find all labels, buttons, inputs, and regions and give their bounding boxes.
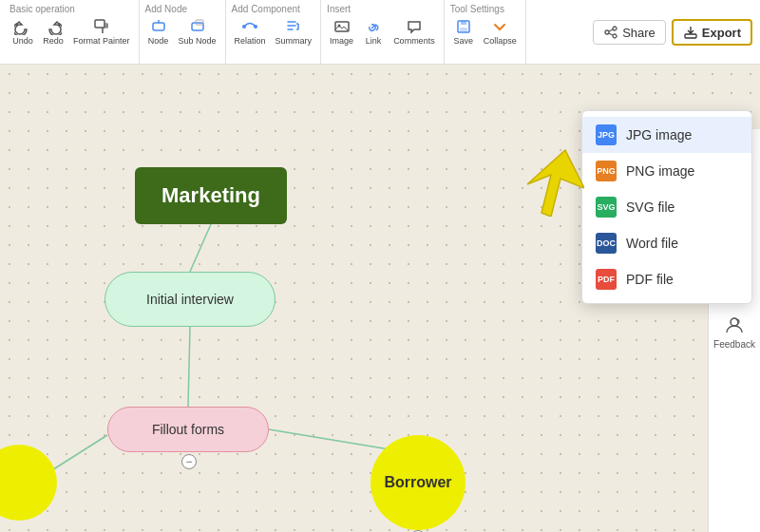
toolbar-group-insert-label: Insert	[327, 4, 351, 14]
svg-rect-16	[685, 34, 696, 38]
sub-node-label: Sub Node	[179, 36, 217, 46]
save-label: Save	[453, 36, 473, 46]
toolbar: Basic operation Undo Redo Format Painter…	[0, 0, 760, 65]
node-initial-interview[interactable]: Initial interview	[104, 272, 276, 327]
svg-line-20	[48, 435, 107, 473]
svg-rect-12	[460, 28, 467, 31]
export-pdf-item[interactable]: PDF PDF file	[582, 261, 751, 297]
word-icon: DOC	[596, 233, 617, 254]
export-dropdown: JPG JPG image PNG PNG image SVG SVG file…	[581, 110, 752, 304]
export-svg-label: SVG file	[626, 200, 674, 215]
redo-button[interactable]: Redo	[40, 16, 66, 48]
collapse-label: Collapse	[484, 36, 517, 46]
toolbar-insert-icons: Image Link Comments	[327, 16, 438, 48]
export-svg-item[interactable]: SVG SVG file	[582, 189, 751, 225]
node-button[interactable]: Node	[145, 16, 172, 48]
node-borrower-label: Borrower	[384, 474, 451, 491]
canvas: Marketing Initial interview Fillout form…	[0, 65, 760, 532]
svg-line-18	[188, 327, 190, 407]
svg-line-17	[190, 224, 211, 272]
link-label: Link	[366, 36, 382, 46]
right-panel-feedback-label: Feedback	[713, 339, 755, 350]
export-button[interactable]: Export	[672, 19, 752, 46]
export-word-label: Word file	[626, 236, 678, 251]
relation-button[interactable]: Relation	[232, 16, 269, 48]
toolbar-basic-icons: Undo Redo Format Painter	[10, 16, 133, 48]
svg-rect-0	[95, 20, 104, 28]
share-label: Share	[622, 26, 656, 40]
export-png-label: PNG image	[626, 163, 694, 179]
svg-rect-4	[192, 23, 203, 30]
export-label: Export	[702, 26, 741, 40]
node-borrower[interactable]: Borrower	[370, 435, 466, 530]
toolbar-group-tool-settings-label: Tool Settings	[450, 4, 504, 14]
share-button[interactable]: Share	[593, 20, 666, 45]
svg-rect-11	[461, 21, 466, 25]
svg-point-6	[242, 25, 246, 28]
toolbar-addnode-icons: Node Sub Node	[145, 16, 219, 48]
save-button[interactable]: Save	[450, 16, 477, 48]
toolbar-group-add-component-label: Add Component	[232, 4, 300, 14]
collapse-button[interactable]: Collapse	[481, 16, 520, 48]
redo-label: Redo	[43, 36, 64, 46]
comments-button[interactable]: Comments	[390, 16, 438, 48]
image-button[interactable]: Image	[327, 16, 356, 48]
svg-icon: SVG	[596, 197, 617, 218]
svg-point-14	[605, 30, 609, 34]
export-word-item[interactable]: DOC Word file	[582, 225, 751, 261]
node-fillout-label: Fillout forms	[152, 422, 224, 437]
right-panel-feedback[interactable]: Feedback	[713, 314, 755, 350]
relation-label: Relation	[235, 36, 266, 46]
undo-button[interactable]: Undo	[10, 16, 36, 48]
yellow-arrow-indicator	[508, 141, 584, 225]
export-jpg-item[interactable]: JPG JPG image	[582, 117, 751, 153]
svg-point-15	[613, 34, 617, 38]
node-label: Node	[148, 36, 169, 46]
toolbar-group-basic-label: Basic operation	[10, 4, 75, 14]
fillout-collapse-btn[interactable]: −	[181, 454, 197, 469]
image-label: Image	[330, 36, 353, 46]
svg-rect-2	[153, 23, 164, 30]
top-right-buttons: Share Export	[593, 0, 760, 65]
node-marketing[interactable]: Marketing	[135, 167, 287, 224]
pdf-icon: PDF	[596, 269, 617, 290]
summary-button[interactable]: Summary	[273, 16, 315, 48]
node-initial-label: Initial interview	[146, 292, 234, 307]
toolbar-group-basic: Basic operation Undo Redo Format Painter	[4, 0, 140, 64]
link-button[interactable]: Link	[360, 16, 387, 48]
summary-label: Summary	[276, 36, 313, 46]
toolbar-addcomponent-icons: Relation Summary	[232, 16, 315, 48]
export-pdf-label: PDF file	[626, 272, 674, 287]
toolbar-group-add-component: Add Component Relation Summary	[226, 0, 322, 64]
format-painter-button[interactable]: Format Painter	[70, 16, 133, 48]
export-png-item[interactable]: PNG PNG image	[582, 153, 751, 189]
svg-point-13	[613, 27, 617, 30]
undo-label: Undo	[12, 36, 33, 46]
node-marketing-label: Marketing	[162, 183, 260, 208]
format-painter-label: Format Painter	[73, 36, 130, 46]
sub-node-button[interactable]: Sub Node	[176, 16, 219, 48]
svg-marker-33	[527, 150, 584, 217]
jpg-icon: JPG	[596, 124, 617, 145]
node-left-yellow[interactable]	[0, 445, 57, 521]
svg-point-7	[254, 25, 257, 28]
toolbar-group-tool-settings: Tool Settings Save Collapse	[445, 0, 526, 64]
node-fillout-forms[interactable]: Fillout forms	[107, 407, 269, 452]
toolbar-group-add-node: Add Node Node Sub Node	[140, 0, 226, 64]
toolbar-group-insert: Insert Image Link Comments	[321, 0, 445, 64]
export-jpg-label: JPG image	[626, 127, 692, 142]
png-icon: PNG	[596, 161, 617, 181]
toolbar-toolsettings-icons: Save Collapse	[450, 16, 520, 48]
comments-label: Comments	[393, 36, 435, 46]
toolbar-group-add-node-label: Add Node	[145, 4, 187, 14]
